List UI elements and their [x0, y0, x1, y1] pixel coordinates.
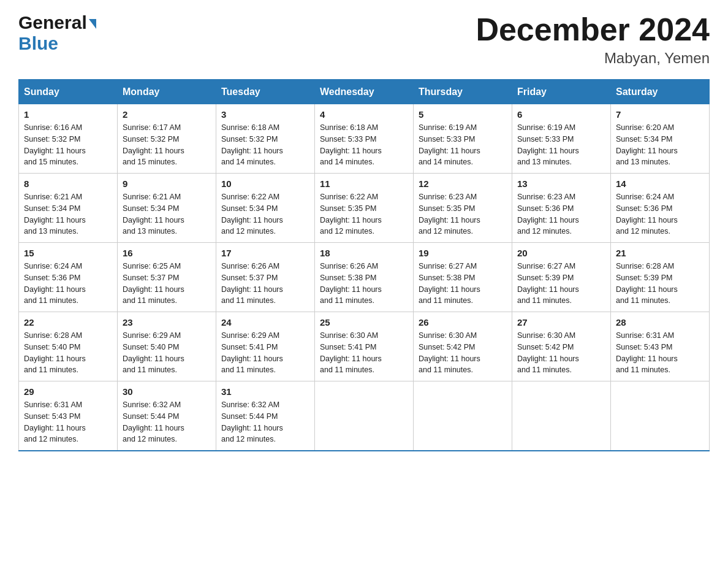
day-number: 25	[320, 317, 408, 327]
col-saturday: Saturday	[611, 80, 710, 104]
calendar-cell: 24Sunrise: 6:29 AM Sunset: 5:41 PM Dayli…	[216, 312, 315, 381]
calendar-cell: 1Sunrise: 6:16 AM Sunset: 5:32 PM Daylig…	[19, 104, 118, 174]
day-info: Sunrise: 6:22 AM Sunset: 5:34 PM Dayligh…	[221, 191, 309, 237]
day-number: 1	[24, 109, 112, 120]
week-row-5: 29Sunrise: 6:31 AM Sunset: 5:43 PM Dayli…	[19, 381, 710, 451]
calendar-cell: 26Sunrise: 6:30 AM Sunset: 5:42 PM Dayli…	[414, 312, 512, 381]
day-info: Sunrise: 6:22 AM Sunset: 5:35 PM Dayligh…	[320, 191, 408, 237]
day-info: Sunrise: 6:30 AM Sunset: 5:41 PM Dayligh…	[320, 330, 408, 376]
title-block: December 2024 Mabyan, Yemen	[476, 12, 710, 67]
day-info: Sunrise: 6:27 AM Sunset: 5:39 PM Dayligh…	[517, 261, 605, 307]
calendar-cell: 23Sunrise: 6:29 AM Sunset: 5:40 PM Dayli…	[118, 312, 216, 381]
calendar-cell: 4Sunrise: 6:18 AM Sunset: 5:33 PM Daylig…	[315, 104, 414, 174]
calendar-cell: 30Sunrise: 6:32 AM Sunset: 5:44 PM Dayli…	[118, 381, 216, 451]
day-number: 24	[221, 317, 309, 327]
day-info: Sunrise: 6:20 AM Sunset: 5:34 PM Dayligh…	[616, 122, 704, 168]
month-title: December 2024	[476, 12, 710, 47]
calendar-cell: 17Sunrise: 6:26 AM Sunset: 5:37 PM Dayli…	[216, 243, 315, 312]
day-number: 22	[24, 317, 112, 327]
day-info: Sunrise: 6:18 AM Sunset: 5:32 PM Dayligh…	[221, 122, 309, 168]
header-row: Sunday Monday Tuesday Wednesday Thursday…	[19, 80, 710, 104]
day-number: 6	[517, 109, 605, 120]
day-number: 14	[616, 178, 704, 189]
day-number: 8	[24, 178, 112, 189]
day-info: Sunrise: 6:26 AM Sunset: 5:37 PM Dayligh…	[221, 261, 309, 307]
day-number: 18	[320, 248, 408, 258]
day-info: Sunrise: 6:24 AM Sunset: 5:36 PM Dayligh…	[616, 191, 704, 237]
calendar-cell: 31Sunrise: 6:32 AM Sunset: 5:44 PM Dayli…	[216, 381, 315, 451]
calendar-cell: 22Sunrise: 6:28 AM Sunset: 5:40 PM Dayli…	[19, 312, 118, 381]
day-number: 31	[221, 386, 309, 397]
day-info: Sunrise: 6:25 AM Sunset: 5:37 PM Dayligh…	[123, 261, 211, 307]
calendar-cell: 29Sunrise: 6:31 AM Sunset: 5:43 PM Dayli…	[19, 381, 118, 451]
day-number: 16	[123, 248, 211, 258]
day-info: Sunrise: 6:21 AM Sunset: 5:34 PM Dayligh…	[24, 191, 112, 237]
week-row-4: 22Sunrise: 6:28 AM Sunset: 5:40 PM Dayli…	[19, 312, 710, 381]
day-number: 5	[419, 109, 507, 120]
col-tuesday: Tuesday	[216, 80, 315, 104]
calendar-cell: 12Sunrise: 6:23 AM Sunset: 5:35 PM Dayli…	[414, 174, 512, 243]
col-friday: Friday	[512, 80, 611, 104]
day-info: Sunrise: 6:28 AM Sunset: 5:40 PM Dayligh…	[24, 330, 112, 376]
day-number: 26	[419, 317, 507, 327]
col-monday: Monday	[118, 80, 216, 104]
day-info: Sunrise: 6:19 AM Sunset: 5:33 PM Dayligh…	[419, 122, 507, 168]
calendar-cell	[315, 381, 414, 451]
day-number: 4	[320, 109, 408, 120]
calendar-cell: 8Sunrise: 6:21 AM Sunset: 5:34 PM Daylig…	[19, 174, 118, 243]
day-info: Sunrise: 6:31 AM Sunset: 5:43 PM Dayligh…	[616, 330, 704, 376]
calendar-cell	[611, 381, 710, 451]
calendar-cell: 3Sunrise: 6:18 AM Sunset: 5:32 PM Daylig…	[216, 104, 315, 174]
calendar-table: Sunday Monday Tuesday Wednesday Thursday…	[18, 79, 710, 451]
day-info: Sunrise: 6:30 AM Sunset: 5:42 PM Dayligh…	[517, 330, 605, 376]
day-info: Sunrise: 6:32 AM Sunset: 5:44 PM Dayligh…	[123, 399, 211, 445]
calendar-cell: 16Sunrise: 6:25 AM Sunset: 5:37 PM Dayli…	[118, 243, 216, 312]
calendar-cell: 14Sunrise: 6:24 AM Sunset: 5:36 PM Dayli…	[611, 174, 710, 243]
calendar-cell: 15Sunrise: 6:24 AM Sunset: 5:36 PM Dayli…	[19, 243, 118, 312]
day-info: Sunrise: 6:23 AM Sunset: 5:35 PM Dayligh…	[419, 191, 507, 237]
day-info: Sunrise: 6:29 AM Sunset: 5:40 PM Dayligh…	[123, 330, 211, 376]
calendar-cell: 6Sunrise: 6:19 AM Sunset: 5:33 PM Daylig…	[512, 104, 611, 174]
day-number: 9	[123, 178, 211, 189]
day-number: 27	[517, 317, 605, 327]
logo-arrow-icon	[89, 19, 96, 29]
col-sunday: Sunday	[19, 80, 118, 104]
day-info: Sunrise: 6:29 AM Sunset: 5:41 PM Dayligh…	[221, 330, 309, 376]
day-number: 29	[24, 386, 112, 397]
calendar-cell: 27Sunrise: 6:30 AM Sunset: 5:42 PM Dayli…	[512, 312, 611, 381]
day-number: 19	[419, 248, 507, 258]
calendar-cell: 18Sunrise: 6:26 AM Sunset: 5:38 PM Dayli…	[315, 243, 414, 312]
week-row-3: 15Sunrise: 6:24 AM Sunset: 5:36 PM Dayli…	[19, 243, 710, 312]
day-info: Sunrise: 6:27 AM Sunset: 5:38 PM Dayligh…	[419, 261, 507, 307]
day-number: 10	[221, 178, 309, 189]
day-number: 15	[24, 248, 112, 258]
calendar-cell: 10Sunrise: 6:22 AM Sunset: 5:34 PM Dayli…	[216, 174, 315, 243]
day-number: 7	[616, 109, 704, 120]
day-info: Sunrise: 6:26 AM Sunset: 5:38 PM Dayligh…	[320, 261, 408, 307]
calendar-cell: 11Sunrise: 6:22 AM Sunset: 5:35 PM Dayli…	[315, 174, 414, 243]
day-number: 28	[616, 317, 704, 327]
calendar-cell: 5Sunrise: 6:19 AM Sunset: 5:33 PM Daylig…	[414, 104, 512, 174]
col-thursday: Thursday	[414, 80, 512, 104]
day-number: 20	[517, 248, 605, 258]
logo: General Blue	[18, 12, 96, 54]
calendar-cell: 2Sunrise: 6:17 AM Sunset: 5:32 PM Daylig…	[118, 104, 216, 174]
calendar-cell: 9Sunrise: 6:21 AM Sunset: 5:34 PM Daylig…	[118, 174, 216, 243]
day-info: Sunrise: 6:17 AM Sunset: 5:32 PM Dayligh…	[123, 122, 211, 168]
day-info: Sunrise: 6:24 AM Sunset: 5:36 PM Dayligh…	[24, 261, 112, 307]
day-info: Sunrise: 6:18 AM Sunset: 5:33 PM Dayligh…	[320, 122, 408, 168]
calendar-cell: 25Sunrise: 6:30 AM Sunset: 5:41 PM Dayli…	[315, 312, 414, 381]
calendar-cell	[414, 381, 512, 451]
day-number: 17	[221, 248, 309, 258]
calendar-cell: 20Sunrise: 6:27 AM Sunset: 5:39 PM Dayli…	[512, 243, 611, 312]
week-row-1: 1Sunrise: 6:16 AM Sunset: 5:32 PM Daylig…	[19, 104, 710, 174]
calendar-cell: 19Sunrise: 6:27 AM Sunset: 5:38 PM Dayli…	[414, 243, 512, 312]
day-info: Sunrise: 6:28 AM Sunset: 5:39 PM Dayligh…	[616, 261, 704, 307]
day-info: Sunrise: 6:30 AM Sunset: 5:42 PM Dayligh…	[419, 330, 507, 376]
day-number: 12	[419, 178, 507, 189]
day-number: 23	[123, 317, 211, 327]
calendar-cell: 13Sunrise: 6:23 AM Sunset: 5:36 PM Dayli…	[512, 174, 611, 243]
day-info: Sunrise: 6:21 AM Sunset: 5:34 PM Dayligh…	[123, 191, 211, 237]
logo-name-blue: Blue	[18, 33, 58, 54]
day-info: Sunrise: 6:19 AM Sunset: 5:33 PM Dayligh…	[517, 122, 605, 168]
